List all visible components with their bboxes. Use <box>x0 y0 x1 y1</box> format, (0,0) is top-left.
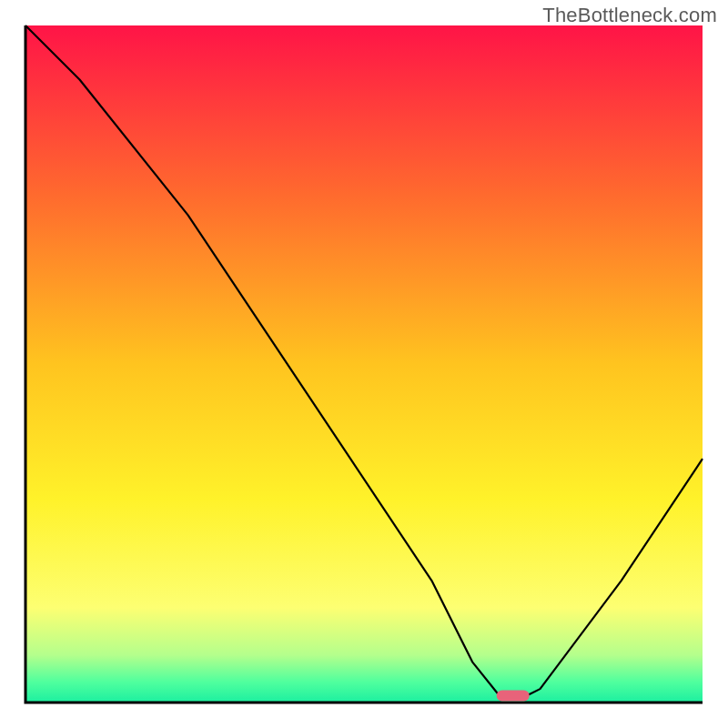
marker-optimal-point <box>497 691 530 702</box>
watermark-label: TheBottleneck.com <box>542 4 717 27</box>
chart-background <box>25 25 703 703</box>
chart-svg <box>0 0 728 728</box>
chart-container: TheBottleneck.com <box>0 0 728 728</box>
